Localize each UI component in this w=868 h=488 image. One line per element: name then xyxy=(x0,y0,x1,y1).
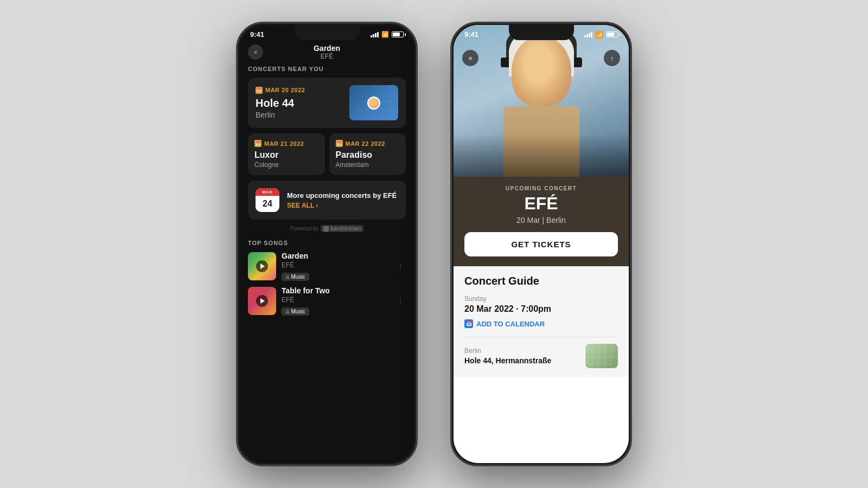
share-button[interactable]: ↑ xyxy=(604,50,620,66)
song-1-title: Garden xyxy=(282,252,390,260)
close-button-2[interactable]: × xyxy=(462,50,478,66)
calendar-link-icon: 📅 xyxy=(464,319,473,328)
map-pin-1 xyxy=(367,97,380,110)
battery-icon-1 xyxy=(392,31,404,37)
phone-1-screen: 9:41 📶 × xyxy=(239,25,414,463)
see-all-link[interactable]: SEE ALL › xyxy=(287,202,398,209)
song-2-num: ⋮ xyxy=(395,296,406,306)
powered-by: Powered by bandsintown xyxy=(248,225,406,232)
wifi-icon-2: 📶 xyxy=(595,31,603,38)
bondsintown-icon xyxy=(323,226,329,232)
music-note-icon-1: ♫ xyxy=(285,274,290,280)
header-title-area: Garden EFÉ xyxy=(263,44,391,60)
artist-overlay xyxy=(454,133,629,177)
song-2-artist: EFÉ xyxy=(282,296,390,304)
concert-2-date: MAR 21 2022 xyxy=(264,140,304,147)
phone1-scroll[interactable]: CONCERTS NEAR YOU 📅 MAR 20 2022 Hole 44 … xyxy=(239,66,414,433)
guide-date: 20 Mar 2022 · 7:00pm xyxy=(464,304,618,314)
venue-label: Berlin xyxy=(464,347,551,355)
person-head xyxy=(512,36,571,106)
phone1-content: × Garden EFÉ CONCERTS NEAR YOU 📅 xyxy=(239,41,414,457)
notch-2 xyxy=(509,25,574,40)
page-wrapper: 9:41 📶 × xyxy=(0,0,868,488)
guide-day-label: Sunday xyxy=(464,295,618,303)
calendar-icon-3: 📅 xyxy=(336,140,343,147)
status-icons-1: 📶 xyxy=(371,31,404,38)
concert-1-map xyxy=(349,85,398,120)
more-concerts-title: More upcoming concerts by EFÉ xyxy=(287,191,398,200)
phone-1: 9:41 📶 × xyxy=(236,22,418,466)
concert-3-date-badge: 📅 MAR 22 2022 xyxy=(336,140,400,147)
concert-1-date: MAR 20 2022 xyxy=(265,87,305,93)
more-concerts-text: More upcoming concerts by EFÉ SEE ALL › xyxy=(287,191,398,209)
phone-2: 9:41 📶 × ↑ xyxy=(450,22,632,466)
play-icon-1 xyxy=(260,264,265,269)
play-button-1[interactable] xyxy=(256,260,268,272)
concert-2-date-badge: 📅 MAR 21 2022 xyxy=(254,140,318,147)
phone2-content: UPCOMING CONCERT EFÉ 20 Mar | Berlin GET… xyxy=(454,25,629,441)
song-1-num: ⋮ xyxy=(395,261,406,272)
calendar-icon-2: 📅 xyxy=(254,140,261,147)
song-item-2[interactable]: Table for Two EFÉ ♫ Music ⋮ xyxy=(248,286,406,316)
concert-1-info: 📅 MAR 20 2022 Hole 44 Berlin xyxy=(256,87,305,119)
venue-info: Berlin Hole 44, Hermannstraße xyxy=(464,347,551,365)
calendar-icon-more: MAR 24 xyxy=(256,188,279,212)
status-time-1: 9:41 xyxy=(250,30,264,38)
concert-cards-row: 📅 MAR 21 2022 Luxor Cologne 📅 MAR 22 202… xyxy=(248,133,406,175)
concert-location: 20 Mar | Berlin xyxy=(464,216,618,224)
song-item-1[interactable]: Garden EFÉ ♫ Music ⋮ xyxy=(248,252,406,281)
concert-1-date-badge: 📅 MAR 20 2022 xyxy=(256,87,305,94)
concert-guide-section: Concert Guide Sunday 20 Mar 2022 · 7:00p… xyxy=(454,266,629,377)
venue-map[interactable] xyxy=(585,344,618,368)
divider-1 xyxy=(464,337,618,337)
song-1-artist: EFÉ xyxy=(282,261,390,269)
song-1-info: Garden EFÉ ♫ Music xyxy=(282,252,390,281)
concert-card-3[interactable]: 📅 MAR 22 2022 Paradiso Amsterdam xyxy=(329,133,406,175)
song-2-title: Table for Two xyxy=(282,286,390,295)
cal-day: 24 xyxy=(256,196,279,212)
signal-icon-1 xyxy=(371,31,379,37)
top-songs-title: TOP SONGS xyxy=(248,240,406,246)
battery-icon-2 xyxy=(606,31,618,37)
bondsintown-logo: bandsintown xyxy=(321,225,363,232)
song-2-info: Table for Two EFÉ ♫ Music xyxy=(282,286,390,316)
play-icon-2 xyxy=(260,298,265,304)
song-thumb-table xyxy=(248,287,276,315)
get-tickets-button[interactable]: GET TICKETS xyxy=(464,232,618,256)
calendar-icon-1: 📅 xyxy=(256,87,263,94)
more-concerts-card[interactable]: MAR 24 More upcoming concerts by EFÉ SEE… xyxy=(248,181,406,220)
concert-detail: UPCOMING CONCERT EFÉ 20 Mar | Berlin GET… xyxy=(454,177,629,266)
upcoming-label: UPCOMING CONCERT xyxy=(464,185,618,191)
concert-2-city: Cologne xyxy=(254,161,318,169)
concert-1-venue: Hole 44 xyxy=(256,97,305,110)
concert-3-city: Amsterdam xyxy=(336,161,400,169)
status-time-2: 9:41 xyxy=(464,30,478,38)
add-to-calendar-label: ADD TO CALENDAR xyxy=(476,320,545,328)
concert-3-date: MAR 22 2022 xyxy=(346,140,385,147)
header-song-title: Garden xyxy=(263,44,391,53)
artist-hero xyxy=(454,25,629,177)
close-button-1[interactable]: × xyxy=(248,44,263,60)
cal-month: MAR xyxy=(256,188,279,196)
concert-guide-title: Concert Guide xyxy=(464,275,618,287)
phone-2-screen: 9:41 📶 × ↑ xyxy=(454,25,629,463)
song-thumb-garden xyxy=(248,252,276,280)
music-note-icon-2: ♫ xyxy=(285,309,290,314)
apple-music-badge-2: ♫ Music xyxy=(282,307,309,316)
wifi-icon-1: 📶 xyxy=(381,31,389,38)
concert-1-city: Berlin xyxy=(256,111,305,119)
concert-2-venue: Luxor xyxy=(254,150,318,160)
notch-1 xyxy=(295,25,360,40)
concert-card-1[interactable]: 📅 MAR 20 2022 Hole 44 Berlin xyxy=(248,78,406,128)
venue-name: Hole 44, Hermannstraße xyxy=(464,356,551,365)
add-to-calendar-link[interactable]: 📅 ADD TO CALENDAR xyxy=(464,319,618,328)
concert-3-venue: Paradiso xyxy=(336,150,400,160)
venue-row: Berlin Hole 44, Hermannstraße xyxy=(464,344,618,368)
status-icons-2: 📶 xyxy=(584,31,618,38)
concerts-section-title: CONCERTS NEAR YOU xyxy=(248,66,406,72)
header-artist: EFÉ xyxy=(263,53,391,60)
concert-1-details: Hole 44 Berlin xyxy=(256,97,305,119)
phone2-top-buttons: × ↑ xyxy=(454,50,629,66)
concert-card-2[interactable]: 📅 MAR 21 2022 Luxor Cologne xyxy=(248,133,325,175)
play-button-2[interactable] xyxy=(256,295,268,307)
